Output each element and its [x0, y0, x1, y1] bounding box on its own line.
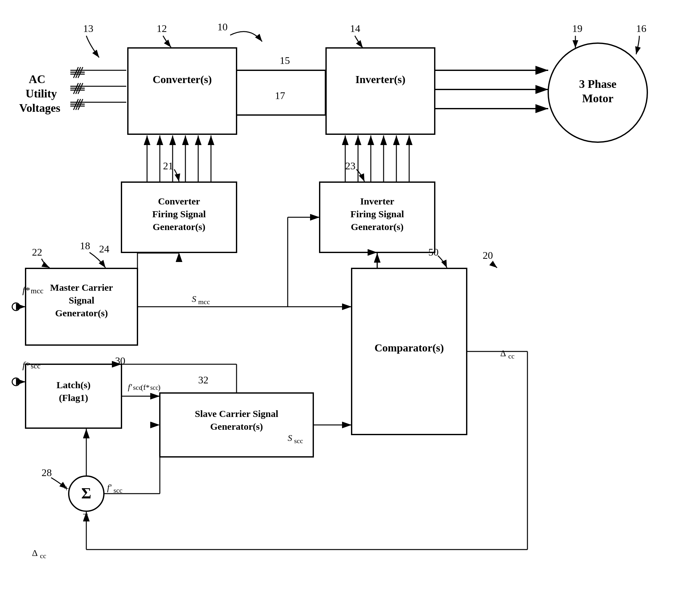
ref-32: 32: [198, 374, 209, 386]
ac-label-3: Voltages: [19, 101, 61, 114]
fprime-scc-sub: scc: [113, 486, 122, 494]
converter-block: [128, 48, 236, 134]
label-17: 17: [275, 90, 285, 101]
fmcc-label2: mcc: [31, 287, 43, 295]
ref-12: 12: [157, 23, 167, 34]
master-carrier-label1: Master Carrier: [50, 282, 113, 293]
inv-fsg-label1: Inverter: [360, 196, 394, 206]
ref-28: 28: [42, 467, 52, 478]
fscc-func-close: ): [158, 383, 160, 392]
ref-10: 10: [217, 21, 228, 33]
delta-cc-bottom: Δ: [32, 548, 38, 558]
inverter-label: Inverter(s): [355, 74, 406, 86]
minus-label: −: [82, 508, 88, 520]
slave-carrier-label2: Generator(s): [210, 421, 263, 432]
diagram-container: Converter(s) Inverter(s) 3 Phase Motor C…: [0, 0, 678, 616]
latch-label1: Latch(s): [57, 379, 91, 391]
ref-16: 16: [636, 23, 646, 34]
ref-18: 18: [80, 240, 90, 251]
ref-13: 13: [83, 23, 93, 34]
conv-fsg-label1: Converter: [158, 196, 200, 206]
comparator-label: Comparator(s): [374, 342, 444, 354]
circuit-diagram: Converter(s) Inverter(s) 3 Phase Motor C…: [0, 0, 678, 616]
fprime-scc-label: f': [107, 483, 112, 492]
ref-14: 14: [350, 23, 360, 34]
ref-23: 23: [345, 160, 355, 172]
latch-label2: (Flag1): [59, 392, 88, 403]
motor-label-2: Motor: [582, 92, 613, 105]
ref-15: 15: [280, 55, 290, 66]
conv-fsg-label2: Firing Signal: [152, 209, 206, 219]
sscc-label: S: [288, 433, 292, 443]
fmcc-input-circle: [12, 303, 20, 311]
fscc-func-paren2: scc: [150, 384, 158, 391]
fscc-label2: scc: [31, 362, 41, 370]
motor-label-1: 3 Phase: [579, 78, 617, 90]
ref-19: 19: [572, 23, 582, 34]
delta-cc-bottom-sub: cc: [40, 552, 46, 560]
fscc-func-paren: (f*: [141, 383, 150, 392]
ac-label-1: AC: [29, 73, 45, 86]
fmcc-label: f*: [23, 285, 30, 295]
master-carrier-label2: Signal: [69, 295, 94, 305]
fscc-label: f*: [23, 360, 30, 370]
smcc-sub: mcc: [198, 298, 210, 306]
master-carrier-block: [26, 269, 138, 345]
ref-30: 30: [115, 355, 125, 366]
fscc-input-circle: [12, 378, 20, 386]
conv-fsg-label3: Generator(s): [153, 221, 205, 232]
inv-fsg-label3: Generator(s): [351, 221, 404, 232]
smcc-label: S: [192, 294, 196, 304]
ref-21: 21: [163, 160, 173, 172]
delta-cc-right-sub: cc: [508, 352, 515, 360]
inv-fsg-label2: Firing Signal: [350, 209, 404, 219]
ref-50: 50: [428, 246, 439, 258]
converter-label: Converter(s): [152, 74, 212, 86]
slave-carrier-label1: Slave Carrier Signal: [195, 408, 278, 419]
inverter-block: [326, 48, 435, 134]
sscc-sub: scc: [294, 437, 303, 445]
plus-label: +: [64, 483, 69, 493]
delta-cc-right: Δ: [500, 348, 506, 358]
ref-24: 24: [99, 243, 109, 255]
master-carrier-label3: Generator(s): [55, 308, 108, 319]
fscc-func-label: f': [128, 382, 132, 392]
ref-20: 20: [483, 250, 493, 261]
ac-label-2: Utility: [26, 87, 57, 100]
summation-symbol: Σ: [81, 485, 91, 502]
ref-22: 22: [32, 246, 42, 258]
